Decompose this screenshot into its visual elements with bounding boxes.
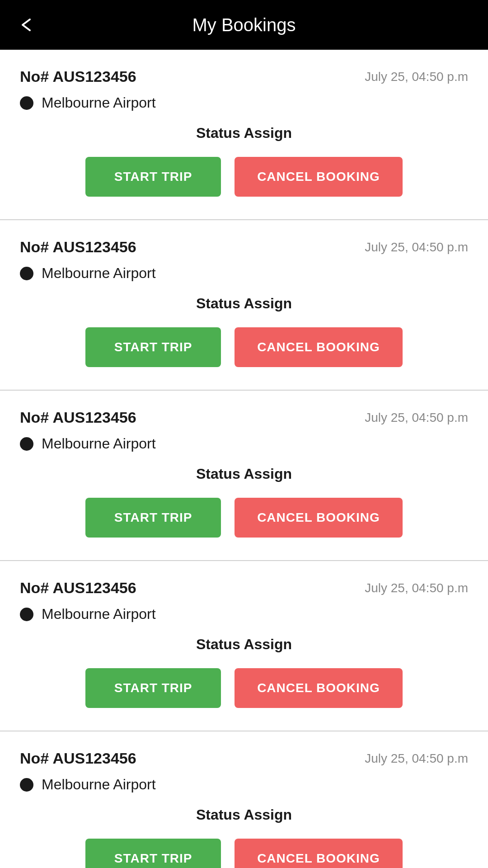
booking-location-row: Melbourne Airport xyxy=(20,435,468,452)
location-dot-icon xyxy=(20,267,33,280)
cancel-booking-button[interactable]: CANCEL BOOKING xyxy=(235,668,403,708)
booking-card-5: No# AUS123456 July 25, 04:50 p.m Melbour… xyxy=(0,731,488,868)
location-dot-icon xyxy=(20,437,33,451)
cancel-booking-button[interactable]: CANCEL BOOKING xyxy=(235,498,403,538)
start-trip-button[interactable]: START TRIP xyxy=(85,498,221,538)
page-title: My Bookings xyxy=(192,15,296,35)
location-text: Melbourne Airport xyxy=(42,606,156,623)
start-trip-button[interactable]: START TRIP xyxy=(85,327,221,367)
booking-status: Status Assign xyxy=(20,125,468,142)
booking-top-row: No# AUS123456 July 25, 04:50 p.m xyxy=(20,409,468,426)
location-dot-icon xyxy=(20,608,33,621)
location-text: Melbourne Airport xyxy=(42,776,156,793)
booking-card-1: No# AUS123456 July 25, 04:50 p.m Melbour… xyxy=(0,50,488,220)
booking-card-3: No# AUS123456 July 25, 04:50 p.m Melbour… xyxy=(0,391,488,561)
booking-top-row: No# AUS123456 July 25, 04:50 p.m xyxy=(20,68,468,85)
booking-actions: START TRIP CANCEL BOOKING xyxy=(20,157,468,197)
booking-top-row: No# AUS123456 July 25, 04:50 p.m xyxy=(20,579,468,597)
location-text: Melbourne Airport xyxy=(42,265,156,282)
booking-location-row: Melbourne Airport xyxy=(20,265,468,282)
booking-location-row: Melbourne Airport xyxy=(20,776,468,793)
location-text: Melbourne Airport xyxy=(42,435,156,452)
app-header: My Bookings xyxy=(0,0,488,50)
cancel-booking-button[interactable]: CANCEL BOOKING xyxy=(235,839,403,868)
booking-date: July 25, 04:50 p.m xyxy=(365,751,468,766)
booking-date: July 25, 04:50 p.m xyxy=(365,70,468,84)
booking-status: Status Assign xyxy=(20,295,468,312)
start-trip-button[interactable]: START TRIP xyxy=(85,157,221,197)
booking-location-row: Melbourne Airport xyxy=(20,94,468,111)
booking-status: Status Assign xyxy=(20,807,468,823)
booking-actions: START TRIP CANCEL BOOKING xyxy=(20,839,468,868)
cancel-booking-button[interactable]: CANCEL BOOKING xyxy=(235,157,403,197)
booking-number: No# AUS123456 xyxy=(20,238,136,256)
booking-actions: START TRIP CANCEL BOOKING xyxy=(20,327,468,367)
booking-top-row: No# AUS123456 July 25, 04:50 p.m xyxy=(20,750,468,767)
booking-list: No# AUS123456 July 25, 04:50 p.m Melbour… xyxy=(0,50,488,868)
booking-actions: START TRIP CANCEL BOOKING xyxy=(20,498,468,538)
booking-date: July 25, 04:50 p.m xyxy=(365,240,468,255)
location-text: Melbourne Airport xyxy=(42,94,156,111)
booking-number: No# AUS123456 xyxy=(20,68,136,85)
location-dot-icon xyxy=(20,778,33,792)
booking-card-2: No# AUS123456 July 25, 04:50 p.m Melbour… xyxy=(0,220,488,391)
cancel-booking-button[interactable]: CANCEL BOOKING xyxy=(235,327,403,367)
booking-actions: START TRIP CANCEL BOOKING xyxy=(20,668,468,708)
booking-location-row: Melbourne Airport xyxy=(20,606,468,623)
booking-status: Status Assign xyxy=(20,636,468,653)
booking-number: No# AUS123456 xyxy=(20,750,136,767)
start-trip-button[interactable]: START TRIP xyxy=(85,668,221,708)
back-button[interactable] xyxy=(18,16,36,34)
location-dot-icon xyxy=(20,96,33,110)
start-trip-button[interactable]: START TRIP xyxy=(85,839,221,868)
booking-number: No# AUS123456 xyxy=(20,579,136,597)
booking-card-4: No# AUS123456 July 25, 04:50 p.m Melbour… xyxy=(0,561,488,731)
booking-date: July 25, 04:50 p.m xyxy=(365,581,468,595)
booking-date: July 25, 04:50 p.m xyxy=(365,410,468,425)
booking-top-row: No# AUS123456 July 25, 04:50 p.m xyxy=(20,238,468,256)
booking-number: No# AUS123456 xyxy=(20,409,136,426)
booking-status: Status Assign xyxy=(20,466,468,482)
